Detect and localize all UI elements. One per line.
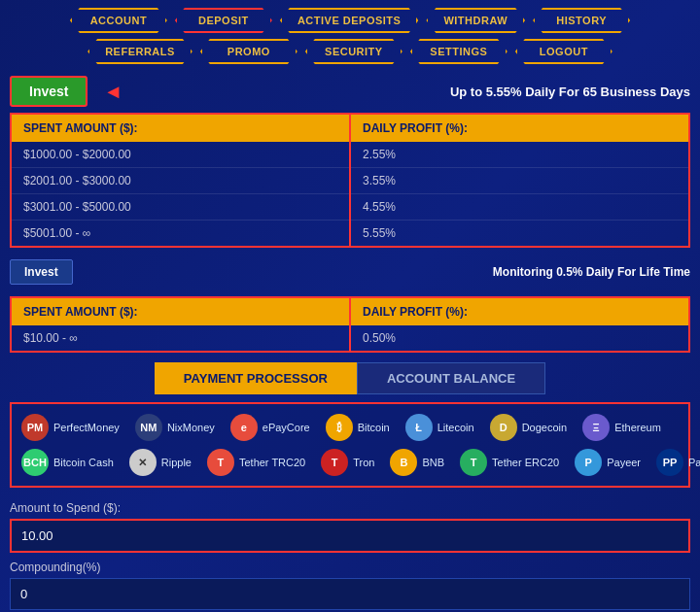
payment-icon-ripple: ✕ xyxy=(129,449,157,476)
payment-item-nixmoney[interactable]: NMNixMoney xyxy=(135,414,215,441)
payment-icon-paypal: PP xyxy=(656,449,683,476)
nav-btn-active-deposits[interactable]: ACTIVE DEPOSITS xyxy=(280,8,419,33)
payment-icon-bitcoin cash: BCH xyxy=(21,449,49,476)
tab-payment-processor[interactable]: PAYMENT PROCESSOR xyxy=(155,362,357,394)
payment-item-litecoin[interactable]: ŁLitecoin xyxy=(405,414,474,441)
payment-icon-perfectmoney: PM xyxy=(21,414,49,441)
payment-icon-payeer: P xyxy=(575,449,602,476)
amount-label: Amount to Spend ($): xyxy=(10,501,690,515)
plan-2-right-col: DAILY PROFIT (%): 0.50% xyxy=(351,298,688,351)
nav-btn-withdraw[interactable]: WITHDRAW xyxy=(426,8,525,33)
payment-item-payeer[interactable]: PPayeer xyxy=(575,449,641,476)
plan-1-right-header: DAILY PROFIT (%): xyxy=(351,115,688,142)
nav-row-2: REFERRALSPROMOSECURITYSETTINGSLOGOUT xyxy=(10,39,690,64)
payment-icon-tether trc20: T xyxy=(207,449,234,476)
nav-btn-referrals[interactable]: REFERRALS xyxy=(88,39,192,64)
plan-2-section: SPENT AMOUNT ($): $10.00 - ∞ DAILY PROFI… xyxy=(10,296,690,353)
payment-icon-epaycore: e xyxy=(230,414,258,441)
plan2-profit-row-1: 0.50% xyxy=(351,325,688,351)
compounding-label: Compounding(%) xyxy=(10,561,690,574)
plan-row-1: $1000.00 - $2000.00 xyxy=(12,142,349,168)
nav-btn-security[interactable]: SECURITY xyxy=(305,39,402,64)
payment-icon-bnb: B xyxy=(390,449,417,476)
plan-row-2: $2001.00 - $3000.00 xyxy=(12,168,349,194)
payment-row-1: PMPerfectMoneyNMNixMoneyeePayCore₿Bitcoi… xyxy=(21,414,679,441)
profit-row-1: 2.55% xyxy=(351,142,688,168)
payment-item-paypal[interactable]: PPPayPal xyxy=(656,449,700,476)
payment-icon-ethereum: Ξ xyxy=(582,414,610,441)
tab-account-balance[interactable]: ACCOUNT BALANCE xyxy=(357,362,545,394)
invest-arrow-icon: ◄ xyxy=(103,81,122,103)
plan2-row-1: $10.00 - ∞ xyxy=(12,325,349,351)
plan-1-left-col: SPENT AMOUNT ($): $1000.00 - $2000.00 $2… xyxy=(12,115,349,246)
plan-1-left-header: SPENT AMOUNT ($): xyxy=(12,115,349,142)
plan-1-right-col: DAILY PROFIT (%): 2.55% 3.55% 4.55% 5.55… xyxy=(351,115,688,246)
compounding-input[interactable] xyxy=(10,578,690,610)
payment-icon-nixmoney: NM xyxy=(135,414,162,441)
payment-item-dogecoin[interactable]: DDogecoin xyxy=(490,414,567,441)
amount-input[interactable] xyxy=(10,519,690,553)
nav-btn-logout[interactable]: LOGOUT xyxy=(515,39,612,64)
invest-header: Invest ◄ Up to 5.55% Daily For 65 Busine… xyxy=(10,76,690,107)
nav-row-1: ACCOUNTDEPOSITACTIVE DEPOSITSWITHDRAWHIS… xyxy=(10,8,690,33)
payment-icon-tether erc20: T xyxy=(460,449,487,476)
invest-small-button[interactable]: Invest xyxy=(10,259,73,285)
plan-row-4: $5001.00 - ∞ xyxy=(12,221,349,246)
nav-btn-account[interactable]: ACCOUNT xyxy=(70,8,167,33)
invest-main-button[interactable]: Invest xyxy=(10,76,88,107)
profit-row-2: 3.55% xyxy=(351,168,688,194)
payment-grid: PMPerfectMoneyNMNixMoneyeePayCore₿Bitcoi… xyxy=(10,402,690,488)
payment-item-ripple[interactable]: ✕Ripple xyxy=(129,449,192,476)
profit-row-3: 4.55% xyxy=(351,194,688,221)
nav-btn-deposit[interactable]: DEPOSIT xyxy=(175,8,272,33)
plan-2-left-header: SPENT AMOUNT ($): xyxy=(12,298,349,325)
payment-item-epaycore[interactable]: eePayCore xyxy=(230,414,310,441)
payment-row-2: BCHBitcoin Cash✕RippleTTether TRC20TTron… xyxy=(21,449,679,476)
payment-item-bitcoin[interactable]: ₿Bitcoin xyxy=(326,414,390,441)
nav-btn-promo[interactable]: PROMO xyxy=(200,39,298,64)
payment-icon-bitcoin: ₿ xyxy=(326,414,353,441)
plan-2-left-col: SPENT AMOUNT ($): $10.00 - ∞ xyxy=(12,298,349,351)
invest-tagline: Up to 5.55% Daily For 65 Business Days xyxy=(450,85,690,99)
payment-icon-dogecoin: D xyxy=(490,414,517,441)
payment-item-tether-erc20[interactable]: TTether ERC20 xyxy=(460,449,559,476)
plan-2-table: SPENT AMOUNT ($): $10.00 - ∞ DAILY PROFI… xyxy=(12,298,688,351)
payment-item-bitcoin-cash[interactable]: BCHBitcoin Cash xyxy=(21,449,114,476)
nav-btn-history[interactable]: HISTORY xyxy=(533,8,630,33)
payment-item-perfectmoney[interactable]: PMPerfectMoney xyxy=(21,414,120,441)
form-section: Amount to Spend ($): Compounding(%) SPEN… xyxy=(10,501,690,612)
payment-icon-litecoin: Ł xyxy=(405,414,433,441)
plan-1-section: SPENT AMOUNT ($): $1000.00 - $2000.00 $2… xyxy=(10,113,690,248)
payment-item-tether-trc20[interactable]: TTether TRC20 xyxy=(207,449,305,476)
nav-btn-settings[interactable]: SETTINGS xyxy=(410,39,508,64)
monitoring-text: Monitoring 0.5% Daily For Life Time xyxy=(493,265,690,279)
plan-2-right-header: DAILY PROFIT (%): xyxy=(351,298,688,325)
payment-tabs: PAYMENT PROCESSOR ACCOUNT BALANCE xyxy=(10,362,690,394)
profit-row-4: 5.55% xyxy=(351,221,688,246)
payment-icon-tron: T xyxy=(321,449,348,476)
payment-item-ethereum[interactable]: ΞEthereum xyxy=(582,414,661,441)
payment-item-tron[interactable]: TTron xyxy=(321,449,374,476)
invest-row: Invest Monitoring 0.5% Daily For Life Ti… xyxy=(10,255,690,289)
payment-item-bnb[interactable]: BBNB xyxy=(390,449,444,476)
nav-wrapper: ACCOUNTDEPOSITACTIVE DEPOSITSWITHDRAWHIS… xyxy=(0,0,700,68)
plan-1-table: SPENT AMOUNT ($): $1000.00 - $2000.00 $2… xyxy=(12,115,688,246)
plan-row-3: $3001.00 - $5000.00 xyxy=(12,194,349,221)
